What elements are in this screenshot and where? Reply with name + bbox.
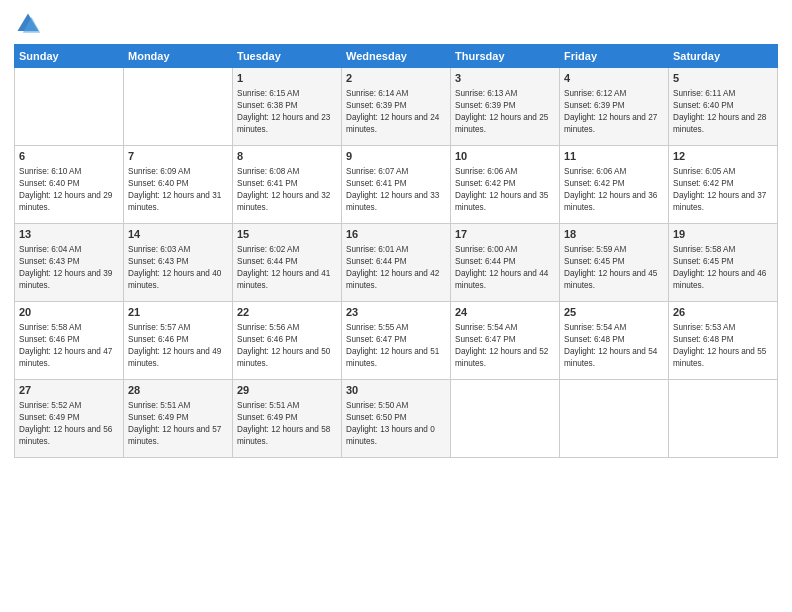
day-info: Sunrise: 5:55 AM Sunset: 6:47 PM Dayligh… (346, 322, 446, 370)
day-number: 25 (564, 305, 664, 320)
day-info: Sunrise: 5:56 AM Sunset: 6:46 PM Dayligh… (237, 322, 337, 370)
day-number: 28 (128, 383, 228, 398)
day-info: Sunrise: 6:06 AM Sunset: 6:42 PM Dayligh… (455, 166, 555, 214)
calendar-cell: 12Sunrise: 6:05 AM Sunset: 6:42 PM Dayli… (669, 146, 778, 224)
calendar-cell: 11Sunrise: 6:06 AM Sunset: 6:42 PM Dayli… (560, 146, 669, 224)
day-number: 24 (455, 305, 555, 320)
calendar-cell: 30Sunrise: 5:50 AM Sunset: 6:50 PM Dayli… (342, 380, 451, 458)
calendar-cell: 13Sunrise: 6:04 AM Sunset: 6:43 PM Dayli… (15, 224, 124, 302)
week-row-1: 1Sunrise: 6:15 AM Sunset: 6:38 PM Daylig… (15, 68, 778, 146)
weekday-header-tuesday: Tuesday (233, 45, 342, 68)
day-number: 13 (19, 227, 119, 242)
weekday-header-friday: Friday (560, 45, 669, 68)
calendar-cell: 2Sunrise: 6:14 AM Sunset: 6:39 PM Daylig… (342, 68, 451, 146)
calendar-cell: 3Sunrise: 6:13 AM Sunset: 6:39 PM Daylig… (451, 68, 560, 146)
calendar-cell: 14Sunrise: 6:03 AM Sunset: 6:43 PM Dayli… (124, 224, 233, 302)
day-info: Sunrise: 5:51 AM Sunset: 6:49 PM Dayligh… (237, 400, 337, 448)
day-number: 10 (455, 149, 555, 164)
header (14, 10, 778, 38)
weekday-header-sunday: Sunday (15, 45, 124, 68)
calendar-cell: 25Sunrise: 5:54 AM Sunset: 6:48 PM Dayli… (560, 302, 669, 380)
day-info: Sunrise: 5:53 AM Sunset: 6:48 PM Dayligh… (673, 322, 773, 370)
day-number: 9 (346, 149, 446, 164)
day-number: 5 (673, 71, 773, 86)
calendar-cell: 17Sunrise: 6:00 AM Sunset: 6:44 PM Dayli… (451, 224, 560, 302)
day-info: Sunrise: 6:04 AM Sunset: 6:43 PM Dayligh… (19, 244, 119, 292)
weekday-header-monday: Monday (124, 45, 233, 68)
day-info: Sunrise: 6:03 AM Sunset: 6:43 PM Dayligh… (128, 244, 228, 292)
day-number: 23 (346, 305, 446, 320)
day-number: 1 (237, 71, 337, 86)
day-number: 12 (673, 149, 773, 164)
calendar-cell: 18Sunrise: 5:59 AM Sunset: 6:45 PM Dayli… (560, 224, 669, 302)
calendar-cell: 24Sunrise: 5:54 AM Sunset: 6:47 PM Dayli… (451, 302, 560, 380)
day-info: Sunrise: 6:12 AM Sunset: 6:39 PM Dayligh… (564, 88, 664, 136)
day-info: Sunrise: 6:07 AM Sunset: 6:41 PM Dayligh… (346, 166, 446, 214)
day-number: 26 (673, 305, 773, 320)
calendar-cell: 5Sunrise: 6:11 AM Sunset: 6:40 PM Daylig… (669, 68, 778, 146)
logo-icon (14, 10, 42, 38)
day-info: Sunrise: 5:51 AM Sunset: 6:49 PM Dayligh… (128, 400, 228, 448)
calendar-cell: 20Sunrise: 5:58 AM Sunset: 6:46 PM Dayli… (15, 302, 124, 380)
day-number: 7 (128, 149, 228, 164)
day-number: 4 (564, 71, 664, 86)
week-row-2: 6Sunrise: 6:10 AM Sunset: 6:40 PM Daylig… (15, 146, 778, 224)
calendar-cell: 1Sunrise: 6:15 AM Sunset: 6:38 PM Daylig… (233, 68, 342, 146)
day-number: 2 (346, 71, 446, 86)
day-number: 16 (346, 227, 446, 242)
day-number: 15 (237, 227, 337, 242)
day-info: Sunrise: 5:50 AM Sunset: 6:50 PM Dayligh… (346, 400, 446, 448)
day-number: 19 (673, 227, 773, 242)
day-info: Sunrise: 6:10 AM Sunset: 6:40 PM Dayligh… (19, 166, 119, 214)
calendar-cell: 26Sunrise: 5:53 AM Sunset: 6:48 PM Dayli… (669, 302, 778, 380)
day-info: Sunrise: 6:11 AM Sunset: 6:40 PM Dayligh… (673, 88, 773, 136)
day-number: 14 (128, 227, 228, 242)
day-number: 22 (237, 305, 337, 320)
calendar-cell: 29Sunrise: 5:51 AM Sunset: 6:49 PM Dayli… (233, 380, 342, 458)
day-info: Sunrise: 6:09 AM Sunset: 6:40 PM Dayligh… (128, 166, 228, 214)
day-info: Sunrise: 5:58 AM Sunset: 6:45 PM Dayligh… (673, 244, 773, 292)
calendar-cell: 19Sunrise: 5:58 AM Sunset: 6:45 PM Dayli… (669, 224, 778, 302)
day-info: Sunrise: 6:14 AM Sunset: 6:39 PM Dayligh… (346, 88, 446, 136)
calendar-cell (560, 380, 669, 458)
day-number: 30 (346, 383, 446, 398)
calendar-cell: 15Sunrise: 6:02 AM Sunset: 6:44 PM Dayli… (233, 224, 342, 302)
week-row-5: 27Sunrise: 5:52 AM Sunset: 6:49 PM Dayli… (15, 380, 778, 458)
weekday-header-row: SundayMondayTuesdayWednesdayThursdayFrid… (15, 45, 778, 68)
day-number: 11 (564, 149, 664, 164)
day-info: Sunrise: 5:59 AM Sunset: 6:45 PM Dayligh… (564, 244, 664, 292)
calendar-body: 1Sunrise: 6:15 AM Sunset: 6:38 PM Daylig… (15, 68, 778, 458)
calendar-cell: 23Sunrise: 5:55 AM Sunset: 6:47 PM Dayli… (342, 302, 451, 380)
day-info: Sunrise: 5:54 AM Sunset: 6:47 PM Dayligh… (455, 322, 555, 370)
day-info: Sunrise: 5:57 AM Sunset: 6:46 PM Dayligh… (128, 322, 228, 370)
calendar-cell (15, 68, 124, 146)
week-row-3: 13Sunrise: 6:04 AM Sunset: 6:43 PM Dayli… (15, 224, 778, 302)
weekday-header-thursday: Thursday (451, 45, 560, 68)
day-number: 27 (19, 383, 119, 398)
calendar-cell: 22Sunrise: 5:56 AM Sunset: 6:46 PM Dayli… (233, 302, 342, 380)
day-info: Sunrise: 6:00 AM Sunset: 6:44 PM Dayligh… (455, 244, 555, 292)
day-number: 18 (564, 227, 664, 242)
day-info: Sunrise: 6:01 AM Sunset: 6:44 PM Dayligh… (346, 244, 446, 292)
day-number: 3 (455, 71, 555, 86)
day-number: 29 (237, 383, 337, 398)
day-info: Sunrise: 5:52 AM Sunset: 6:49 PM Dayligh… (19, 400, 119, 448)
day-info: Sunrise: 6:15 AM Sunset: 6:38 PM Dayligh… (237, 88, 337, 136)
day-info: Sunrise: 6:06 AM Sunset: 6:42 PM Dayligh… (564, 166, 664, 214)
calendar-cell (451, 380, 560, 458)
calendar-cell: 7Sunrise: 6:09 AM Sunset: 6:40 PM Daylig… (124, 146, 233, 224)
calendar-cell: 4Sunrise: 6:12 AM Sunset: 6:39 PM Daylig… (560, 68, 669, 146)
logo (14, 10, 46, 38)
weekday-header-saturday: Saturday (669, 45, 778, 68)
day-number: 21 (128, 305, 228, 320)
calendar-cell: 9Sunrise: 6:07 AM Sunset: 6:41 PM Daylig… (342, 146, 451, 224)
calendar-cell: 10Sunrise: 6:06 AM Sunset: 6:42 PM Dayli… (451, 146, 560, 224)
day-info: Sunrise: 5:54 AM Sunset: 6:48 PM Dayligh… (564, 322, 664, 370)
day-info: Sunrise: 6:08 AM Sunset: 6:41 PM Dayligh… (237, 166, 337, 214)
week-row-4: 20Sunrise: 5:58 AM Sunset: 6:46 PM Dayli… (15, 302, 778, 380)
calendar-cell: 16Sunrise: 6:01 AM Sunset: 6:44 PM Dayli… (342, 224, 451, 302)
weekday-header-wednesday: Wednesday (342, 45, 451, 68)
calendar-cell: 8Sunrise: 6:08 AM Sunset: 6:41 PM Daylig… (233, 146, 342, 224)
calendar-cell (669, 380, 778, 458)
calendar-cell: 28Sunrise: 5:51 AM Sunset: 6:49 PM Dayli… (124, 380, 233, 458)
